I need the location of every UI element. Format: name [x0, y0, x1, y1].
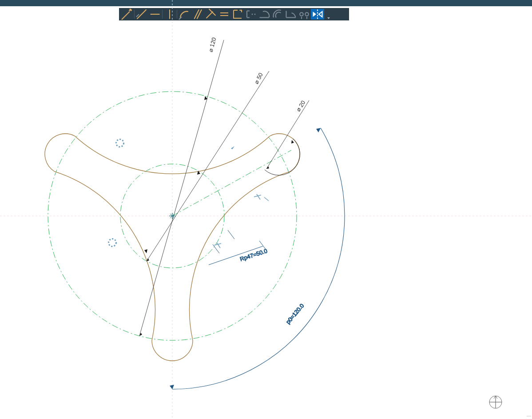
line-button[interactable]	[135, 9, 148, 20]
svg-line-20	[170, 214, 175, 218]
pattern-marker-icon	[109, 239, 116, 247]
svg-line-21	[170, 214, 175, 218]
chevron-down-icon	[327, 17, 330, 19]
svg-point-3	[300, 12, 303, 16]
inner-ref-circle	[120, 164, 224, 268]
dimension-leaders	[139, 40, 309, 336]
collinear-constraint-button[interactable]	[244, 9, 258, 20]
horizontal-constraint-button[interactable]	[148, 9, 162, 20]
symmetric-constraint-button[interactable]	[298, 9, 311, 20]
origin-marker-icon	[169, 213, 175, 219]
constraint-glyphs	[109, 140, 269, 248]
sketch-canvas[interactable]: ⌀ 120 ⌀ 50 ⌀ 20 Rp47=50.0 p0=120.0	[0, 0, 532, 419]
reference-geometry	[48, 92, 297, 340]
svg-line-9	[266, 100, 309, 169]
outer-ref-circle	[48, 92, 297, 340]
svg-point-16	[116, 140, 124, 147]
sketch-axes	[0, 0, 532, 419]
svg-line-8	[147, 71, 269, 261]
arrow-glyph-icon	[231, 146, 234, 149]
p0-angular-dimension[interactable]: p0=120.0	[170, 128, 345, 389]
tangent-glyph-icon	[254, 194, 261, 200]
lobe-center-line	[172, 150, 291, 216]
lobe-dia-extent-arc	[265, 139, 300, 175]
coincident-constraint-button[interactable]	[231, 9, 244, 20]
separator	[177, 10, 177, 19]
svg-point-4	[305, 12, 309, 16]
toolbar-overflow-button[interactable]	[324, 9, 330, 20]
dia-50-label: ⌀ 50	[253, 72, 264, 85]
dimension-labels: ⌀ 120 ⌀ 50 ⌀ 20	[207, 37, 306, 113]
perpendicular-constraint-button[interactable]	[204, 9, 218, 20]
infer-dimension-button[interactable]	[120, 9, 134, 20]
dia-120-label: ⌀ 120	[207, 37, 217, 53]
svg-line-10	[209, 246, 263, 265]
svg-point-2	[254, 14, 256, 15]
dia-20-label: ⌀ 20	[295, 100, 307, 113]
svg-point-1	[252, 14, 253, 15]
separator	[134, 10, 135, 19]
svg-text:Rp47=50.0: Rp47=50.0	[239, 247, 268, 263]
tick-glyph-icon	[264, 197, 269, 201]
equal-constraint-button[interactable]	[218, 9, 231, 20]
tangent-glyph-icon	[214, 243, 221, 248]
concentric-constraint-button[interactable]	[271, 9, 284, 20]
sketch-constraint-toolbar	[119, 8, 349, 20]
titlebar	[0, 0, 532, 6]
midpoint-constraint-button[interactable]	[284, 9, 298, 20]
rp47-dimension[interactable]: Rp47=50.0	[209, 230, 268, 265]
vertical-constraint-button[interactable]	[163, 9, 176, 20]
svg-line-12	[228, 230, 234, 239]
pattern-marker-icon	[116, 140, 124, 147]
svg-point-17	[109, 239, 116, 247]
wcs-triad-icon[interactable]	[488, 394, 504, 410]
tangent-constraint-button[interactable]	[258, 9, 271, 20]
svg-line-13	[259, 241, 266, 250]
mirror-button[interactable]	[311, 9, 324, 20]
sketch-profile[interactable]	[45, 134, 300, 361]
parallel-constraint-button[interactable]	[191, 9, 204, 20]
svg-line-7	[139, 40, 224, 336]
edge-mark	[527, 416, 531, 416]
separator	[162, 10, 163, 19]
svg-point-0	[130, 9, 132, 11]
svg-text:p0=120.0: p0=120.0	[285, 302, 306, 325]
arc-button[interactable]	[178, 9, 191, 20]
svg-line-11	[213, 244, 219, 253]
tri-lobe-outline	[45, 134, 300, 361]
